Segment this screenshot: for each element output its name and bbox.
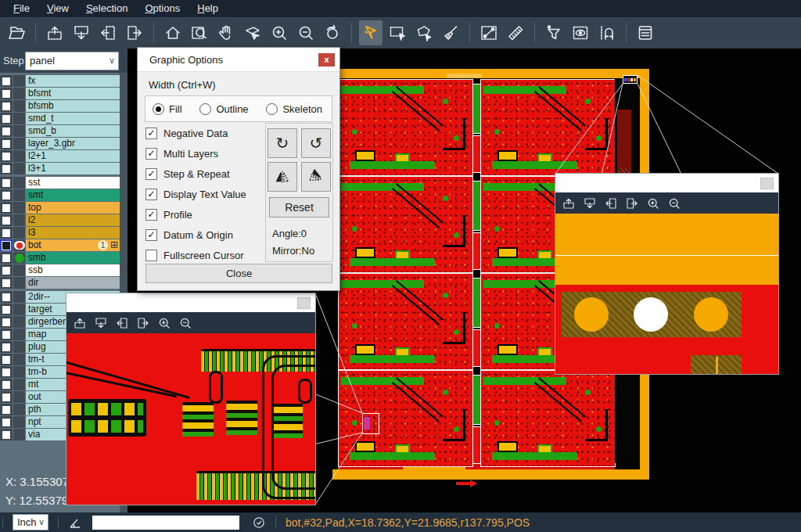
checkbox-multi-layers[interactable]: ✓Multi Layers — [145, 143, 264, 164]
reset-button[interactable]: Reset — [269, 197, 329, 217]
layer-row-smb[interactable]: smb — [0, 252, 120, 264]
layer-row-smd_t[interactable]: smd_t — [0, 113, 120, 124]
poly-select-button[interactable] — [412, 20, 436, 45]
layer-visibility-checkbox[interactable] — [0, 416, 13, 428]
close-icon[interactable]: x — [318, 53, 335, 66]
layer-visibility-checkbox[interactable] — [0, 202, 13, 214]
shift-right-button[interactable] — [136, 316, 150, 330]
layer-visibility-checkbox[interactable] — [0, 113, 13, 124]
window-button-icon[interactable] — [297, 297, 311, 309]
layer-row-bot[interactable]: bot1⊞ — [0, 239, 120, 251]
layer-row-l3[interactable]: l3 — [0, 227, 120, 239]
shift-down-button[interactable] — [583, 196, 597, 210]
layer-visibility-checkbox[interactable] — [0, 329, 13, 340]
layer-visibility-checkbox[interactable] — [0, 341, 13, 353]
layer-visibility-checkbox[interactable] — [0, 291, 13, 303]
layer-panel-button[interactable] — [634, 20, 657, 45]
command-input[interactable] — [92, 516, 239, 530]
unit-dropdown[interactable]: Inch ∨ — [13, 514, 48, 530]
select-button[interactable] — [359, 20, 383, 45]
layer-visibility-checkbox[interactable] — [0, 404, 13, 415]
layer-row-l2[interactable]: l2 — [0, 214, 120, 226]
magnifier-window-right[interactable] — [555, 174, 778, 374]
dialog-titlebar[interactable]: Graphic Options x — [138, 48, 339, 72]
layer-visibility-checkbox[interactable] — [0, 379, 13, 390]
layer-row-smt[interactable]: smt — [0, 189, 120, 201]
shift-up-button[interactable] — [43, 20, 66, 45]
menu-item-help[interactable]: Help — [189, 0, 227, 17]
layer-row-bfsmt[interactable]: bfsmt — [0, 88, 120, 99]
checkbox-datum-origin[interactable]: ✓Datum & Origin — [145, 225, 264, 245]
shift-down-button[interactable] — [94, 316, 108, 330]
clean-brush-button[interactable] — [439, 20, 462, 45]
magnifier-left-titlebar[interactable] — [66, 293, 315, 312]
grid-icon[interactable]: ⊞ — [110, 240, 118, 250]
shift-up-button[interactable] — [562, 196, 576, 210]
layer-visibility-checkbox[interactable] — [0, 354, 13, 365]
zoom-in-button[interactable] — [268, 20, 291, 45]
layer-row-bfsmb[interactable]: bfsmb — [0, 100, 120, 112]
view-options-button[interactable] — [569, 20, 592, 45]
menu-item-file[interactable]: File — [5, 0, 38, 17]
layer-row-smd_b[interactable]: smd_b — [0, 125, 120, 137]
checkbox-step-repeat[interactable]: ✓Step & Repeat — [145, 164, 264, 184]
angle-mode-icon[interactable] — [68, 516, 82, 530]
layer-visibility-checkbox[interactable] — [0, 429, 13, 440]
window-button-icon[interactable] — [760, 178, 774, 189]
shift-right-button[interactable] — [123, 20, 146, 45]
layer-visibility-checkbox[interactable] — [0, 316, 13, 328]
move-vertex-button[interactable] — [241, 20, 264, 45]
layer-visibility-checkbox[interactable] — [0, 227, 13, 239]
zoom-window-button[interactable] — [188, 20, 211, 45]
layer-visibility-checkbox[interactable] — [0, 391, 13, 403]
open-file-button[interactable] — [5, 20, 28, 45]
shift-down-button[interactable] — [70, 20, 93, 45]
menu-item-view[interactable]: View — [38, 0, 77, 17]
zoom-out-button[interactable] — [178, 316, 192, 330]
shift-left-button[interactable] — [96, 20, 120, 45]
shift-left-button[interactable] — [604, 196, 618, 210]
layer-visibility-checkbox[interactable] — [0, 138, 13, 149]
pan-button[interactable] — [214, 20, 238, 45]
menu-item-selection[interactable]: Selection — [77, 0, 136, 17]
layer-visibility-checkbox[interactable] — [0, 239, 13, 251]
zoom-in-button[interactable] — [646, 196, 660, 210]
shift-right-button[interactable] — [625, 196, 639, 210]
zoom-previous-button[interactable] — [321, 20, 344, 45]
refresh-status-icon[interactable] — [252, 516, 266, 530]
layer-visibility-checkbox[interactable] — [0, 163, 13, 174]
layer-visibility-checkbox[interactable] — [0, 125, 13, 137]
checkbox-fullscreen-cursor[interactable]: Fullscreen Cursor — [145, 245, 264, 265]
layer-row-dir[interactable]: dir — [0, 277, 120, 289]
step-dropdown[interactable]: panel ∨ — [25, 52, 119, 70]
magnifier-right-titlebar[interactable] — [555, 174, 778, 192]
measure-distance-button[interactable] — [477, 20, 501, 45]
layer-visibility-checkbox[interactable] — [0, 304, 13, 315]
layer-visibility-checkbox[interactable] — [0, 177, 13, 189]
layer-row-sst[interactable]: sst — [0, 177, 120, 189]
radio-fill[interactable]: Fill — [153, 103, 182, 115]
layer-visibility-checkbox[interactable] — [0, 75, 13, 87]
layer-row-top[interactable]: top — [0, 202, 120, 214]
layer-row-l3+1[interactable]: l3+1 — [0, 163, 120, 174]
shift-up-button[interactable] — [73, 316, 87, 330]
mirror-vertical-button[interactable] — [301, 162, 331, 192]
snap-button[interactable] — [595, 20, 619, 45]
radio-skeleton[interactable]: Skeleton — [266, 103, 322, 115]
checkbox-display-text-value[interactable]: ✓Display Text Value — [145, 184, 264, 204]
layer-visibility-checkbox[interactable] — [0, 277, 13, 289]
layer-visibility-checkbox[interactable] — [0, 366, 13, 378]
shift-left-button[interactable] — [115, 316, 129, 330]
layer-visibility-checkbox[interactable] — [0, 189, 13, 201]
layer-visibility-checkbox[interactable] — [0, 88, 13, 99]
home-view-button[interactable] — [161, 20, 185, 45]
close-button[interactable]: Close — [145, 264, 332, 283]
layer-row-fx[interactable]: fx — [0, 75, 120, 87]
zoom-out-button[interactable] — [667, 196, 681, 210]
checkbox-profile[interactable]: ✓Profile — [145, 204, 264, 225]
radio-outline[interactable]: Outline — [199, 103, 248, 115]
layer-row-ssb[interactable]: ssb — [0, 264, 120, 276]
layer-visibility-checkbox[interactable] — [0, 214, 13, 226]
checkbox-negative-data[interactable]: ✓Negative Data — [145, 123, 264, 143]
filter-button[interactable] — [542, 20, 566, 45]
